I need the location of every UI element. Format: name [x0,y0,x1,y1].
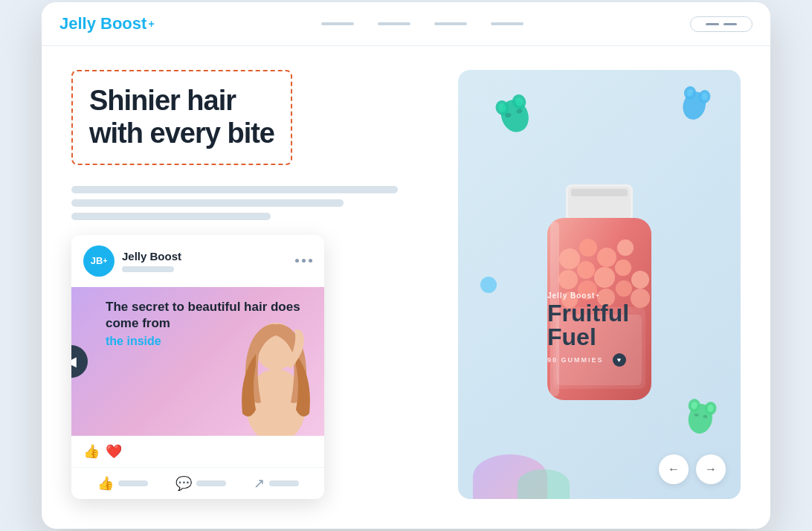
bottle-label-text: Jelly Boost+ Fruitful Fuel 90 GUMMIES ♥ [547,292,651,367]
svg-point-30 [577,261,595,279]
svg-point-28 [617,239,634,256]
svg-point-32 [615,260,631,276]
placeholder-line-3 [71,213,271,220]
brand-sup: + [148,18,154,30]
dot-3 [309,259,312,263]
social-card-actions: 👍 💬 ↗ [71,468,324,499]
social-username-bar [122,266,174,272]
placeholder-lines [71,186,434,220]
social-card-headline: The secret to beautiful hair does come f… [106,299,312,332]
svg-point-29 [558,270,578,289]
svg-point-31 [594,267,615,288]
share-icon: ↗ [254,475,265,492]
prev-arrow-icon: ← [668,463,680,476]
menu-button[interactable] [690,16,753,32]
blue-blob [480,277,497,293]
brand-name: Jelly Boost [59,14,146,33]
comment-icon: 💬 [175,475,192,492]
gummy-teal-1 [489,87,541,144]
heart-reaction: ❤️ [106,443,122,460]
like-icon: 👍 [97,475,114,492]
headline-box: Shinier hair with every bite [71,70,292,164]
product-gummies-count: 90 GUMMIES [547,356,604,364]
gummy-green-1 [679,393,721,442]
comment-bar [196,480,226,486]
browser-header: Jelly Boost+ [42,2,770,46]
bottle-brand: Jelly Boost+ [547,292,651,300]
nav-link-2[interactable] [378,22,410,25]
browser-window: Jelly Boost+ Shinier hair with every bit… [42,2,770,528]
social-card-header: JB+ Jelly Boost [71,235,324,287]
product-heart-icon: ♥ [613,353,626,367]
product-brand-name: Jelly Boost [547,292,595,300]
social-username: Jelly Boost [122,250,181,263]
nav-link-4[interactable] [491,22,523,25]
nav-arrows: ← → [659,454,726,484]
share-bar [269,480,299,486]
social-card-arrow[interactable]: ◀ [71,345,88,378]
dots-menu[interactable] [295,259,312,263]
svg-rect-23 [571,189,628,196]
share-action[interactable]: ↗ [254,475,299,492]
menu-icon-bar2 [724,23,737,25]
social-card-reactions: 👍 ❤️ [71,436,324,468]
nav-link-3[interactable] [434,22,467,25]
bottom-blob-teal [518,469,570,499]
placeholder-line-1 [71,186,398,193]
right-panel: Jelly Boost+ Fruitful Fuel 90 GUMMIES ♥ … [458,70,741,498]
product-footer: 90 GUMMIES ♥ [547,353,651,367]
product-name-line1: Fruitful [547,301,651,325]
product-name-line2: Fuel [547,325,651,349]
social-card-user: JB+ Jelly Boost [83,245,181,277]
social-card-text-content: The secret to beautiful hair does come f… [83,299,312,348]
social-card-image: ◀ The secret to beautiful hair does come… [71,287,324,436]
like-bar [118,480,148,486]
placeholder-line-2 [71,199,344,207]
svg-point-25 [559,248,580,269]
comment-action[interactable]: 💬 [175,475,226,492]
dot-1 [295,259,299,263]
avatar-text: JB [91,255,103,266]
nav-links [321,22,523,25]
social-card: JB+ Jelly Boost [71,235,324,499]
svg-point-33 [631,271,649,289]
next-button[interactable]: → [696,454,726,484]
gummy-blue-1 [674,82,715,129]
headline-line2: with every bite [89,118,274,150]
brand-logo[interactable]: Jelly Boost+ [59,14,155,33]
like-action[interactable]: 👍 [97,475,148,492]
dot-2 [302,259,306,263]
product-name: Fruitful Fuel [547,301,651,349]
svg-point-27 [597,248,616,267]
svg-point-26 [579,239,597,257]
headline-text: Shinier hair with every bite [89,85,274,149]
prev-button[interactable]: ← [659,454,689,484]
product-display: Jelly Boost+ Fruitful Fuel 90 GUMMIES ♥ [525,177,674,408]
next-arrow-icon: → [705,463,717,476]
product-brand-sup: + [596,293,599,298]
avatar-plus: + [103,257,107,265]
social-card-subtext: the inside [106,335,312,348]
headline-line1: Shinier hair [89,85,274,118]
like-reaction: 👍 [83,443,100,460]
menu-icon-bar1 [706,23,719,25]
left-panel: Shinier hair with every bite JB+ [71,70,434,498]
avatar: JB+ [83,245,115,277]
browser-content: Shinier hair with every bite JB+ [42,46,770,528]
nav-link-1[interactable] [321,22,354,25]
